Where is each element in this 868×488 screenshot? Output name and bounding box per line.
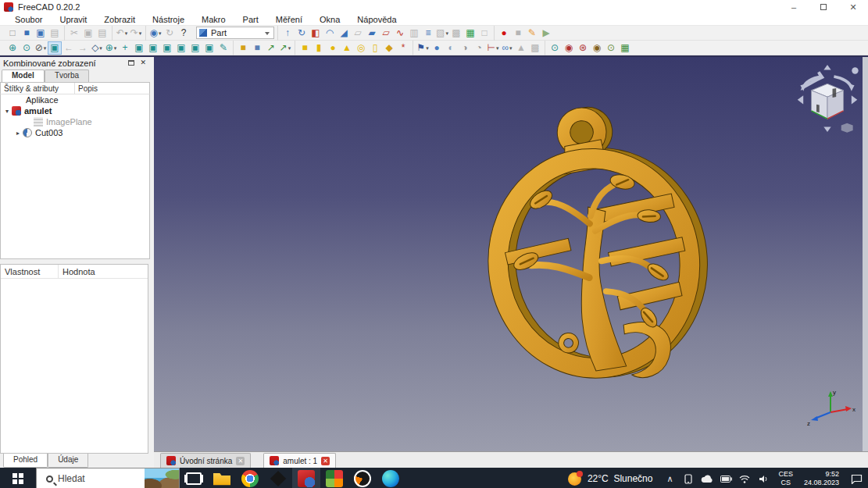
taskbar-app-cell[interactable]	[236, 468, 264, 488]
nav-forward-icon[interactable]: →	[76, 41, 90, 55]
Pohled[interactable]: Pohled	[3, 454, 48, 468]
Cut003[interactable]: ▸ Cut003	[1, 127, 149, 138]
fit-all-icon[interactable]: ⊕	[5, 41, 20, 55]
Nápověda[interactable]: Nápověda	[348, 14, 405, 26]
cut-icon[interactable]: ✂	[67, 27, 81, 40]
volume-icon[interactable]	[756, 475, 770, 483]
tree-col-description[interactable]: Popis	[75, 83, 101, 94]
offset-icon[interactable]: ▧▾	[435, 27, 449, 40]
color-per-face-icon[interactable]: ◉	[590, 41, 604, 55]
sweep-icon[interactable]: ∿	[393, 27, 407, 40]
view-right-icon[interactable]: ▣	[160, 41, 174, 55]
refresh-icon[interactable]: ↻	[163, 27, 177, 40]
check-geometry-icon[interactable]: ⊙	[548, 41, 562, 55]
macro-edit-icon[interactable]: ✎	[525, 27, 539, 40]
appearance-icon[interactable]: ▦	[618, 41, 632, 55]
action-center-icon[interactable]	[845, 474, 868, 484]
make-face-icon[interactable]: ▰	[365, 27, 379, 40]
tree-col-labels[interactable]: Štítky & atributy	[1, 83, 75, 94]
navigation-cube[interactable]	[795, 62, 860, 135]
Model[interactable]: Model	[2, 69, 45, 82]
mirror-icon[interactable]: ◧	[309, 27, 323, 40]
loft-icon[interactable]: ▱	[379, 27, 393, 40]
paste-icon[interactable]: ▤	[95, 27, 109, 40]
cube-primitive-icon[interactable]: ■	[298, 41, 312, 55]
selection-filter-icon[interactable]: ◉▾	[148, 27, 163, 40]
taskbar-search[interactable]: Hledat	[36, 468, 180, 488]
measure-icon[interactable]: ✎	[216, 41, 230, 55]
amulet : 1[interactable]: amulet : 1 ✕	[263, 453, 336, 468]
copy-icon[interactable]: ▣	[81, 27, 95, 40]
Údaje[interactable]: Údaje	[48, 454, 88, 468]
connect-objects-icon[interactable]: ∞▾	[500, 41, 514, 55]
Soubor[interactable]: Soubor	[6, 14, 51, 26]
section-icon[interactable]: ▥	[407, 27, 421, 40]
taskbar-app-cell[interactable]	[292, 468, 320, 488]
Upravit[interactable]: Upravit	[51, 14, 95, 26]
textured-view-icon[interactable]: ▣	[48, 41, 62, 55]
export-icon[interactable]: ↗▾	[278, 41, 292, 55]
close-button[interactable]: ✕	[838, 0, 868, 14]
property-col-value[interactable]: Hodnota	[59, 265, 99, 278]
taskbar-app-cell[interactable]	[320, 468, 348, 488]
taskbar-app-cell[interactable]	[208, 468, 236, 488]
part-container-icon[interactable]: ■	[236, 41, 250, 55]
wifi-icon[interactable]	[738, 475, 752, 483]
panel-close-icon[interactable]: ✕	[140, 59, 146, 66]
cutout-icon[interactable]: ▩	[528, 41, 542, 55]
defeaturing-icon[interactable]: ◉	[562, 41, 576, 55]
fillet-icon[interactable]: ◠	[323, 27, 337, 40]
tab-close-icon[interactable]: ✕	[321, 457, 330, 465]
redo-icon[interactable]: ↷▾	[129, 27, 143, 40]
onedrive-cloud-icon[interactable]	[700, 475, 714, 483]
view-rear-icon[interactable]: ▣	[174, 41, 188, 55]
amulet-model[interactable]	[480, 101, 710, 396]
undo-icon[interactable]: ↶▾	[115, 27, 129, 40]
taskbar-app-cell[interactable]	[180, 468, 208, 488]
torus-primitive-icon[interactable]: ◎	[354, 41, 368, 55]
Okna[interactable]: Okna	[311, 14, 348, 26]
new-file-icon[interactable]: □	[5, 27, 20, 40]
boolean-cut-icon[interactable]: ◑	[458, 41, 472, 55]
tree-expander[interactable]: ▾	[2, 108, 12, 115]
start-button[interactable]	[0, 468, 36, 488]
refine-shape-icon[interactable]: ⊛	[576, 41, 590, 55]
weather-widget[interactable]: 22°C Slunečno	[560, 472, 661, 486]
Tvorba[interactable]: Tvorba	[45, 69, 89, 82]
group-icon[interactable]: ■	[250, 41, 264, 55]
battery-icon[interactable]	[719, 476, 733, 483]
join-connect-icon[interactable]: ⊢▾	[486, 41, 500, 55]
taskbar-app-cell[interactable]	[348, 468, 377, 488]
property-col-name[interactable]: Vlastnost	[1, 265, 59, 278]
import-icon[interactable]: ↗	[264, 41, 278, 55]
save-icon[interactable]: ▣	[34, 27, 48, 40]
amulet[interactable]: ▾ amulet	[1, 105, 149, 116]
axonometric-view-icon[interactable]: ◇▾	[90, 41, 104, 55]
revolve-icon[interactable]: ↻	[295, 27, 309, 40]
nav-back-icon[interactable]: ←	[62, 41, 76, 55]
print-icon[interactable]: ▤	[48, 27, 62, 40]
view-front-icon[interactable]: ▣	[132, 41, 146, 55]
tab-close-icon[interactable]: ✕	[236, 457, 245, 465]
cylinder-primitive-icon[interactable]: ▮	[312, 41, 326, 55]
taskbar-clock[interactable]: 9:52 24.08.2023	[798, 470, 845, 487]
thickness-icon[interactable]: ▩	[449, 27, 463, 40]
whats-this-icon[interactable]: ?	[177, 27, 191, 40]
compound-icon[interactable]: ⚑▾	[416, 41, 430, 55]
macro-play-icon[interactable]: ▶	[539, 27, 553, 40]
cross-sections-icon[interactable]: ≡	[421, 27, 435, 40]
combo-view-title-bar[interactable]: Kombinované zobrazení ✕	[0, 57, 150, 69]
3d-viewport[interactable]: y x z	[154, 57, 868, 451]
macro-stop-icon[interactable]: ■	[511, 27, 525, 40]
extrude-icon[interactable]: ↑	[280, 27, 295, 40]
sphere-primitive-icon[interactable]: ●	[326, 41, 340, 55]
embed-icon[interactable]: ▲	[514, 41, 528, 55]
macro-record-icon[interactable]: ●	[497, 27, 511, 40]
Úvodní stránka[interactable]: Úvodní stránka ✕	[160, 453, 251, 468]
Měření[interactable]: Měření	[267, 14, 311, 26]
Zobrazit[interactable]: Zobrazit	[95, 14, 144, 26]
viewport-right-scrollbar[interactable]	[863, 57, 868, 451]
ImagePlane[interactable]: ImagePlane	[1, 116, 149, 127]
shape-builder-icon[interactable]: *	[396, 41, 410, 55]
maximize-button[interactable]	[809, 0, 838, 14]
